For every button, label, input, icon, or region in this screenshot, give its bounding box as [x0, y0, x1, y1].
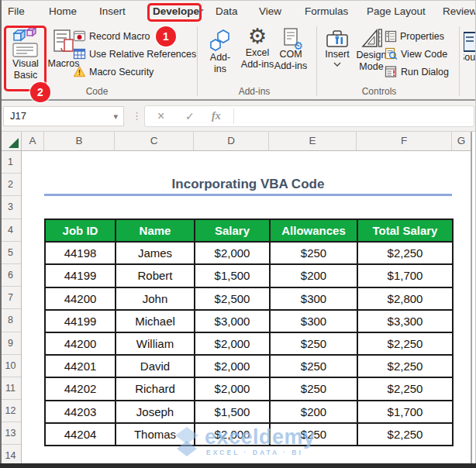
table-header-cell[interactable]: Name [116, 219, 195, 242]
table-cell[interactable]: 44199 [45, 310, 116, 332]
excel-addins-button[interactable]: ⚙ Excel Add-ins [239, 26, 276, 71]
cancel-entry-icon[interactable]: × [157, 106, 164, 126]
row-header-14[interactable]: 14 [0, 445, 21, 463]
table-cell[interactable]: 44200 [45, 332, 116, 355]
column-header-B[interactable]: B [44, 132, 115, 150]
tab-review[interactable]: Review [443, 0, 476, 23]
table-cell[interactable]: $2,000 [195, 332, 270, 355]
table-cell[interactable]: 44204 [45, 423, 116, 446]
name-box-dropdown-icon[interactable]: ▾ [113, 107, 118, 126]
view-code-button[interactable]: View Code [385, 46, 447, 62]
table-cell[interactable]: Michael [116, 310, 195, 332]
insert-function-icon[interactable]: fx [212, 106, 221, 126]
table-cell[interactable]: $200 [270, 401, 357, 423]
column-header-D[interactable]: D [194, 132, 269, 150]
table-cell[interactable]: $1,700 [357, 401, 453, 423]
tab-formulas[interactable]: Formulas [305, 0, 348, 23]
row-header-10[interactable]: 10 [0, 355, 21, 377]
table-cell[interactable]: $1,700 [357, 264, 453, 287]
table-cell[interactable]: $2,250 [357, 355, 453, 377]
table-cell[interactable]: 44199 [45, 264, 116, 287]
row-header-5[interactable]: 5 [0, 242, 21, 264]
tab-view[interactable]: View [259, 0, 281, 23]
table-cell[interactable]: John [116, 287, 195, 310]
source-button-partial[interactable]: Source [464, 26, 476, 64]
table-cell[interactable]: $2,250 [357, 377, 453, 400]
formula-input-area[interactable]: × ✓ fx [144, 105, 474, 127]
row-header-1[interactable]: 1 [0, 151, 21, 174]
use-relative-references-button[interactable]: Use Relative References [73, 46, 196, 62]
table-cell[interactable]: 44200 [45, 287, 116, 310]
table-header-cell[interactable]: Job ID [45, 219, 116, 242]
table-cell[interactable]: $300 [270, 287, 357, 310]
table-cell[interactable]: $250 [270, 355, 357, 377]
table-cell[interactable]: $300 [270, 310, 357, 332]
table-cell[interactable]: $1,500 [195, 264, 270, 287]
table-cell[interactable]: $250 [270, 423, 357, 446]
table-cell[interactable]: 44198 [45, 242, 116, 264]
table-cell[interactable]: $250 [270, 332, 357, 355]
table-cell[interactable]: $200 [270, 264, 357, 287]
row-header-6[interactable]: 6 [0, 264, 21, 287]
table-cell[interactable]: $2,000 [195, 377, 270, 400]
table-cell[interactable]: 44202 [45, 377, 116, 400]
table-cell[interactable]: $250 [270, 377, 357, 400]
table-cell[interactable]: $3,300 [357, 310, 453, 332]
table-cell[interactable]: 44201 [45, 355, 116, 377]
column-header-G[interactable]: G [452, 132, 471, 150]
table-cell[interactable]: Thomas [116, 423, 195, 446]
table-cell[interactable]: $2,000 [195, 423, 270, 446]
record-macro-button[interactable]: Record Macro [73, 28, 150, 44]
table-header-cell[interactable]: Salary [195, 219, 270, 242]
column-header-F[interactable]: F [357, 132, 452, 150]
table-cell[interactable]: $3,000 [195, 310, 270, 332]
select-all-button[interactable] [0, 132, 22, 150]
table-cell[interactable]: James [116, 242, 195, 264]
com-addins-button[interactable]: ⚙ COM Add-ins [273, 26, 309, 72]
tab-file[interactable]: File [8, 0, 25, 23]
insert-control-button[interactable]: Insert [321, 26, 354, 67]
table-cell[interactable]: 44203 [45, 401, 116, 423]
row-header-2[interactable]: 2 [0, 174, 21, 196]
addins-button[interactable]: Add- ins [203, 26, 237, 75]
table-cell[interactable]: David [116, 355, 195, 377]
table-cell[interactable]: $250 [270, 242, 357, 264]
row-header-8[interactable]: 8 [0, 309, 21, 332]
table-header-cell[interactable]: Total Salary [357, 219, 453, 242]
row-header-3[interactable]: 3 [0, 196, 21, 219]
row-header-9[interactable]: 9 [0, 332, 21, 355]
column-header-A[interactable]: A [22, 132, 44, 150]
tab-page-layout[interactable]: Page Layout [367, 0, 426, 23]
table-cell[interactable]: $2,250 [357, 332, 453, 355]
table-cell[interactable]: $2,000 [195, 355, 270, 377]
tab-data[interactable]: Data [216, 0, 238, 23]
row-header-12[interactable]: 12 [0, 400, 21, 422]
table-cell[interactable]: William [116, 332, 195, 355]
confirm-entry-icon[interactable]: ✓ [185, 106, 195, 126]
tab-insert[interactable]: Insert [99, 0, 126, 23]
table-cell[interactable]: $2,250 [357, 423, 453, 446]
table-cell[interactable]: Robert [116, 264, 195, 287]
name-box[interactable]: J17 ▾ [3, 106, 124, 126]
run-dialog-button[interactable]: Run Dialog [385, 64, 449, 80]
row-header-7[interactable]: 7 [0, 287, 21, 309]
column-header-E[interactable]: E [269, 132, 357, 150]
formula-bar-drag-dots[interactable]: ⋮ [132, 106, 142, 126]
title-underline [44, 194, 452, 196]
table-header-cell[interactable]: Allowances [270, 219, 357, 242]
table-cell[interactable]: $2,000 [195, 242, 270, 264]
row-header-11[interactable]: 11 [0, 377, 21, 400]
table-cell[interactable]: $2,800 [357, 287, 453, 310]
row-header-13[interactable]: 13 [0, 422, 21, 445]
table-cell[interactable]: Joseph [116, 401, 195, 423]
table-cell[interactable]: $1,500 [195, 401, 270, 423]
column-header-C[interactable]: C [115, 132, 194, 150]
tab-home[interactable]: Home [49, 0, 77, 23]
table-row: 44200William$2,000$250$2,250 [45, 332, 453, 355]
table-cell[interactable]: Richard [116, 377, 195, 400]
macro-security-button[interactable]: Macro Security [73, 64, 153, 80]
table-cell[interactable]: $2,500 [195, 287, 270, 310]
table-cell[interactable]: $2,250 [357, 242, 453, 264]
properties-button[interactable]: Properties [385, 28, 444, 44]
row-header-4[interactable]: 4 [0, 219, 21, 242]
